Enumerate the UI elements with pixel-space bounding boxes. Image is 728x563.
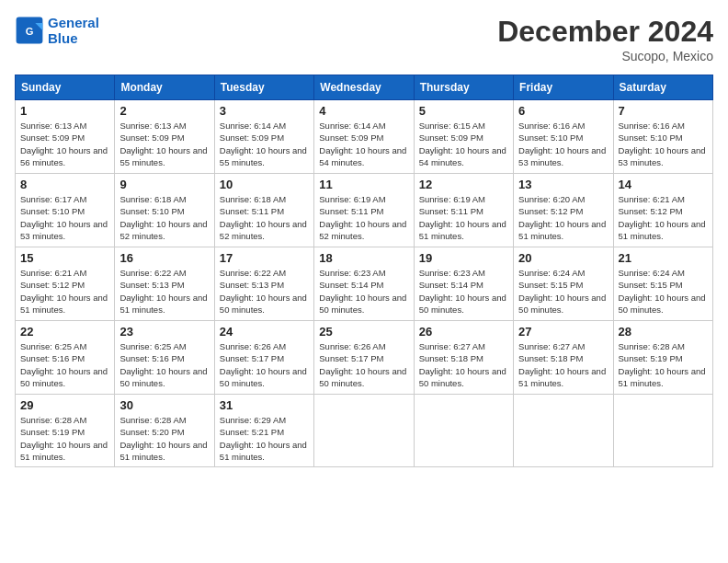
day-info: Sunrise: 6:19 AMSunset: 5:11 PMDaylight:… — [319, 193, 408, 242]
day-info: Sunrise: 6:26 AMSunset: 5:17 PMDaylight:… — [220, 340, 309, 389]
day-info: Sunrise: 6:21 AMSunset: 5:12 PMDaylight:… — [619, 193, 708, 242]
day-info: Sunrise: 6:27 AMSunset: 5:18 PMDaylight:… — [419, 340, 508, 389]
day-number: 24 — [220, 325, 309, 339]
calendar-cell: 20 Sunrise: 6:24 AMSunset: 5:15 PMDaylig… — [514, 247, 613, 321]
day-info: Sunrise: 6:16 AMSunset: 5:10 PMDaylight:… — [619, 120, 708, 168]
col-friday: Friday — [514, 75, 613, 100]
day-number: 5 — [419, 104, 508, 118]
day-info: Sunrise: 6:18 AMSunset: 5:10 PMDaylight:… — [119, 193, 209, 242]
calendar-cell: 29 Sunrise: 6:28 AMSunset: 5:19 PMDaylig… — [16, 395, 115, 467]
logo: G General Blue — [15, 15, 99, 46]
calendar-cell: 26 Sunrise: 6:27 AMSunset: 5:18 PMDaylig… — [414, 321, 513, 395]
day-number: 2 — [119, 104, 209, 118]
day-number: 12 — [419, 178, 508, 191]
day-number: 23 — [119, 325, 209, 339]
calendar-cell: 21 Sunrise: 6:24 AMSunset: 5:15 PMDaylig… — [613, 247, 712, 321]
col-monday: Monday — [115, 75, 214, 100]
day-number: 18 — [319, 251, 408, 265]
day-number: 1 — [20, 104, 109, 118]
day-number: 7 — [619, 104, 708, 118]
week-row-3: 15 Sunrise: 6:21 AMSunset: 5:12 PMDaylig… — [16, 247, 713, 321]
day-info: Sunrise: 6:14 AMSunset: 5:09 PMDaylight:… — [319, 120, 408, 168]
calendar-cell: 19 Sunrise: 6:23 AMSunset: 5:14 PMDaylig… — [414, 247, 513, 321]
day-number: 8 — [20, 178, 109, 191]
calendar-cell: 1 Sunrise: 6:13 AMSunset: 5:09 PMDayligh… — [16, 100, 115, 174]
day-info: Sunrise: 6:23 AMSunset: 5:14 PMDaylight:… — [319, 267, 408, 316]
calendar-cell: 16 Sunrise: 6:22 AMSunset: 5:13 PMDaylig… — [115, 247, 214, 321]
calendar-cell: 6 Sunrise: 6:16 AMSunset: 5:10 PMDayligh… — [514, 100, 613, 174]
day-info: Sunrise: 6:18 AMSunset: 5:11 PMDaylight:… — [220, 193, 309, 242]
day-info: Sunrise: 6:16 AMSunset: 5:10 PMDaylight:… — [518, 120, 608, 168]
day-info: Sunrise: 6:17 AMSunset: 5:10 PMDaylight:… — [20, 193, 109, 242]
day-info: Sunrise: 6:27 AMSunset: 5:18 PMDaylight:… — [518, 340, 608, 389]
day-info: Sunrise: 6:28 AMSunset: 5:19 PMDaylight:… — [20, 414, 109, 463]
day-number: 15 — [20, 251, 109, 265]
day-info: Sunrise: 6:19 AMSunset: 5:11 PMDaylight:… — [419, 193, 508, 242]
day-info: Sunrise: 6:13 AMSunset: 5:09 PMDaylight:… — [119, 120, 209, 168]
day-info: Sunrise: 6:14 AMSunset: 5:09 PMDaylight:… — [220, 120, 309, 168]
calendar-cell: 18 Sunrise: 6:23 AMSunset: 5:14 PMDaylig… — [314, 247, 414, 321]
logo-blue: Blue — [48, 30, 99, 46]
day-info: Sunrise: 6:24 AMSunset: 5:15 PMDaylight:… — [619, 267, 708, 316]
calendar-cell: 22 Sunrise: 6:25 AMSunset: 5:16 PMDaylig… — [16, 321, 115, 395]
day-number: 6 — [518, 104, 608, 118]
day-number: 10 — [220, 178, 309, 191]
calendar-cell — [314, 395, 414, 467]
title-block: December 2024 Sucopo, Mexico — [497, 15, 713, 63]
calendar-cell: 12 Sunrise: 6:19 AMSunset: 5:11 PMDaylig… — [414, 174, 513, 247]
calendar-cell: 24 Sunrise: 6:26 AMSunset: 5:17 PMDaylig… — [214, 321, 313, 395]
day-number: 4 — [319, 104, 408, 118]
day-number: 19 — [419, 251, 508, 265]
calendar-cell: 25 Sunrise: 6:26 AMSunset: 5:17 PMDaylig… — [314, 321, 414, 395]
week-row-5: 29 Sunrise: 6:28 AMSunset: 5:19 PMDaylig… — [16, 395, 713, 467]
calendar-cell: 14 Sunrise: 6:21 AMSunset: 5:12 PMDaylig… — [613, 174, 712, 247]
calendar-cell: 28 Sunrise: 6:28 AMSunset: 5:19 PMDaylig… — [613, 321, 712, 395]
day-info: Sunrise: 6:23 AMSunset: 5:14 PMDaylight:… — [419, 267, 508, 316]
day-info: Sunrise: 6:26 AMSunset: 5:17 PMDaylight:… — [319, 340, 408, 389]
calendar-header-row: Sunday Monday Tuesday Wednesday Thursday… — [16, 75, 713, 100]
day-number: 29 — [20, 398, 109, 412]
calendar-cell — [613, 395, 712, 467]
svg-text:G: G — [26, 26, 34, 37]
calendar-cell: 8 Sunrise: 6:17 AMSunset: 5:10 PMDayligh… — [16, 174, 115, 247]
calendar-cell: 5 Sunrise: 6:15 AMSunset: 5:09 PMDayligh… — [414, 100, 513, 174]
day-number: 21 — [619, 251, 708, 265]
day-number: 30 — [119, 398, 209, 412]
location: Sucopo, Mexico — [497, 49, 713, 63]
calendar-cell: 10 Sunrise: 6:18 AMSunset: 5:11 PMDaylig… — [214, 174, 313, 247]
day-number: 16 — [119, 251, 209, 265]
day-info: Sunrise: 6:13 AMSunset: 5:09 PMDaylight:… — [20, 120, 109, 168]
calendar-cell: 7 Sunrise: 6:16 AMSunset: 5:10 PMDayligh… — [613, 100, 712, 174]
calendar-cell: 31 Sunrise: 6:29 AMSunset: 5:21 PMDaylig… — [214, 395, 313, 467]
day-number: 31 — [220, 398, 309, 412]
day-number: 3 — [220, 104, 309, 118]
calendar-cell: 13 Sunrise: 6:20 AMSunset: 5:12 PMDaylig… — [514, 174, 613, 247]
page-header: G General Blue December 2024 Sucopo, Mex… — [15, 15, 713, 63]
calendar-cell: 30 Sunrise: 6:28 AMSunset: 5:20 PMDaylig… — [115, 395, 214, 467]
week-row-4: 22 Sunrise: 6:25 AMSunset: 5:16 PMDaylig… — [16, 321, 713, 395]
calendar-cell — [514, 395, 613, 467]
logo-icon: G — [15, 16, 44, 45]
col-sunday: Sunday — [16, 75, 115, 100]
day-info: Sunrise: 6:28 AMSunset: 5:20 PMDaylight:… — [119, 414, 209, 463]
calendar-cell: 17 Sunrise: 6:22 AMSunset: 5:13 PMDaylig… — [214, 247, 313, 321]
calendar-cell — [414, 395, 513, 467]
week-row-2: 8 Sunrise: 6:17 AMSunset: 5:10 PMDayligh… — [16, 174, 713, 247]
day-info: Sunrise: 6:21 AMSunset: 5:12 PMDaylight:… — [20, 267, 109, 316]
calendar-cell: 4 Sunrise: 6:14 AMSunset: 5:09 PMDayligh… — [314, 100, 414, 174]
day-number: 13 — [518, 178, 608, 191]
col-saturday: Saturday — [613, 75, 712, 100]
day-number: 22 — [20, 325, 109, 339]
day-number: 17 — [220, 251, 309, 265]
day-number: 14 — [619, 178, 708, 191]
col-thursday: Thursday — [414, 75, 513, 100]
day-number: 25 — [319, 325, 408, 339]
day-number: 26 — [419, 325, 508, 339]
day-number: 27 — [518, 325, 608, 339]
logo-general: General — [48, 15, 99, 30]
day-info: Sunrise: 6:22 AMSunset: 5:13 PMDaylight:… — [220, 267, 309, 316]
calendar-cell: 3 Sunrise: 6:14 AMSunset: 5:09 PMDayligh… — [214, 100, 313, 174]
calendar-cell: 2 Sunrise: 6:13 AMSunset: 5:09 PMDayligh… — [115, 100, 214, 174]
day-info: Sunrise: 6:29 AMSunset: 5:21 PMDaylight:… — [220, 414, 309, 463]
day-info: Sunrise: 6:25 AMSunset: 5:16 PMDaylight:… — [20, 340, 109, 389]
